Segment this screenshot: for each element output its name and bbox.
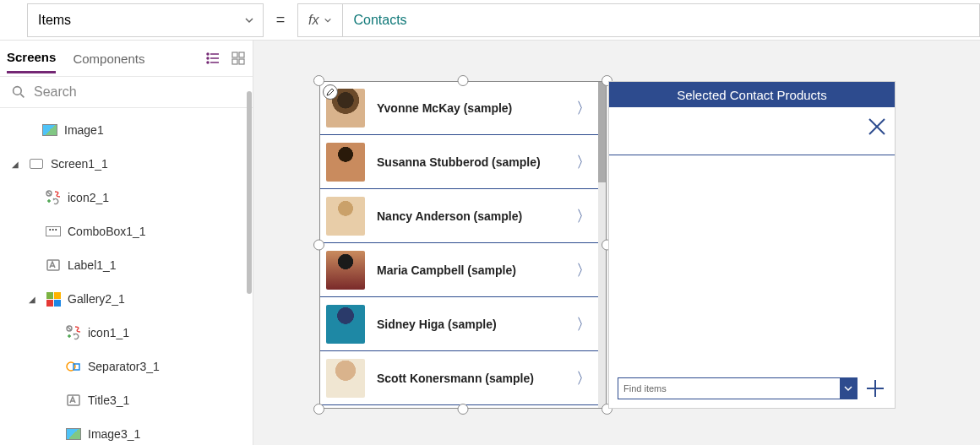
equals-label: = [264,11,297,29]
scrollbar-thumb[interactable] [247,91,252,294]
tree-label: Image1 [64,123,104,137]
resize-handle-nw[interactable] [313,75,324,86]
svg-point-5 [207,62,209,63]
tree-item-gallery2-1[interactable]: ◢ Gallery2_1 [0,282,253,316]
svg-line-13 [47,192,51,195]
label-icon [66,393,81,408]
tree-item-image3-1[interactable]: Image3_1 [0,417,253,445]
formula-bar[interactable]: Contacts [343,3,980,37]
tree-item-separator3-1[interactable]: Separator3_1 [0,350,253,383]
tree-item-label1-1[interactable]: Label1_1 [0,248,253,282]
resize-handle-w[interactable] [313,240,324,251]
selection-border [319,81,607,409]
canvas[interactable]: Yvonne McKay (sample) 〉 Susanna Stubbero… [253,41,980,445]
separator-icon [66,359,81,374]
property-dropdown[interactable]: Items [27,3,264,37]
tree-label: Image3_1 [88,427,140,441]
tree-label: Gallery2_1 [68,292,125,306]
chevron-down-icon[interactable] [840,378,857,399]
svg-point-3 [207,53,209,55]
svg-line-11 [20,94,24,97]
tree-item-image1[interactable]: Image1 [0,113,253,147]
fx-label: fx [308,13,318,28]
svg-rect-9 [239,59,244,64]
svg-point-4 [207,57,209,59]
selected-control-gallery[interactable]: Yvonne McKay (sample) 〉 Susanna Stubbero… [319,81,607,409]
svg-rect-6 [232,52,237,57]
tree-label: icon1_1 [88,326,129,339]
tree-label: Label1_1 [68,258,117,272]
svg-line-18 [68,327,71,330]
property-dropdown-value: Items [38,13,71,28]
tree-search[interactable]: Search [0,76,253,108]
mixed-icon [46,190,61,205]
selected-contact-products-panel: Selected Contact Products Find items [608,81,896,409]
label-icon [46,258,61,273]
svg-rect-8 [232,59,237,64]
list-view-icon[interactable] [205,51,220,66]
caret-down-icon[interactable]: ◢ [29,295,39,304]
divider [609,155,895,155]
tree-label: ComboBox1_1 [68,225,146,238]
svg-point-10 [14,87,22,95]
tree-item-title3-1[interactable]: Title3_1 [0,383,253,417]
search-icon [12,85,25,99]
resize-handle-s[interactable] [458,404,469,415]
edit-pencil-icon[interactable] [323,84,338,100]
grid-view-icon[interactable] [231,51,246,66]
combobox-icon [46,224,61,239]
tree-label: Screen1_1 [51,157,108,171]
search-placeholder: Search [34,84,77,100]
chevron-down-icon [324,16,332,24]
formula-text: Contacts [353,13,406,28]
tree-label: Title3_1 [88,393,129,407]
resize-handle-n[interactable] [458,75,469,86]
tab-screens[interactable]: Screens [7,43,56,73]
image-icon [42,122,57,138]
tree-label: Separator3_1 [88,360,160,373]
close-icon[interactable] [866,116,888,138]
tree-item-icon1-1[interactable]: icon1_1 [0,316,253,350]
panel-title: Selected Contact Products [609,82,895,107]
tree-item-icon2-1[interactable]: icon2_1 [0,181,253,214]
tree-item-screen1-1[interactable]: ◢ Screen1_1 [0,147,253,181]
image-icon [66,426,81,442]
tab-components[interactable]: Components [73,45,144,73]
caret-down-icon[interactable]: ◢ [12,160,22,169]
gallery-icon [46,291,61,307]
svg-rect-7 [239,52,244,57]
chevron-down-icon [244,15,254,25]
mixed-icon [66,325,81,340]
combobox-placeholder: Find items [623,383,667,393]
add-icon[interactable] [864,377,886,399]
tree-label: icon2_1 [68,191,109,204]
resize-handle-sw[interactable] [313,404,324,415]
tree-view-panel: Screens Components Search Image1 ◢ Scree… [0,41,253,445]
find-items-combobox[interactable]: Find items [618,377,858,399]
screen-icon [29,156,44,171]
tree-item-combobox1-1[interactable]: ComboBox1_1 [0,214,253,248]
fx-button[interactable]: fx [297,3,343,37]
